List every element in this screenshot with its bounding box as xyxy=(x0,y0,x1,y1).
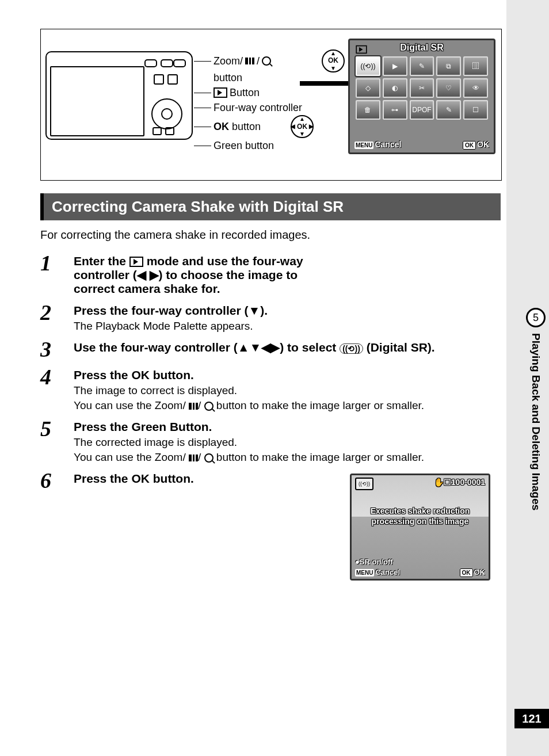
magnify-icon xyxy=(204,402,214,411)
section-title: Correcting Camera Shake with Digital SR xyxy=(40,193,501,220)
palette-title: Digital SR xyxy=(350,43,494,53)
palette-grid: ((⟲)) ▶ ✎ ⧉ ⿲ ◇ ◐ ✂ ♡ 👁 🗑 ⊶ DPOF ✎ ☐ xyxy=(350,53,494,123)
steps-list: 1 Enter the mode and use the four-way co… xyxy=(40,252,501,491)
step-4-sub1: The image to correct is displayed. xyxy=(74,384,501,397)
thumbnail-icon xyxy=(189,455,198,461)
preview-ok: OKOK xyxy=(460,568,486,576)
palette-item: 🗑 xyxy=(356,100,380,120)
palette-item: ⧉ xyxy=(436,56,461,76)
preview-cancel: MENUCancel xyxy=(355,568,400,576)
playback-icon xyxy=(129,257,143,267)
play-button-label: Button xyxy=(214,85,345,100)
step-5-head: Press the Green Button. xyxy=(74,420,501,434)
step-5-sub1: The corrected image is displayed. xyxy=(74,436,501,449)
zoom-button-label: Zoom// ▲OK▼ xyxy=(214,49,345,72)
step-2-head: Press the four-way controller (▼). xyxy=(74,304,338,318)
thumbnail-icon xyxy=(245,58,254,64)
step-2: 2 Press the four-way controller (▼). The… xyxy=(40,301,501,333)
palette-item: ♡ xyxy=(436,78,461,98)
sr-badge-icon: ((⟲)) xyxy=(355,478,373,490)
preview-message: Executes shake reduction processing on t… xyxy=(352,506,489,526)
palette-item: DPOF xyxy=(410,100,434,120)
step-1: 1 Enter the mode and use the four-way co… xyxy=(40,252,501,296)
palette-item: ⊶ xyxy=(383,100,407,120)
step-5: 5 Press the Green Button. The corrected … xyxy=(40,418,501,464)
step-4-head: Press the OK button. xyxy=(74,368,501,382)
step-2-sub: The Playback Mode Palette appears. xyxy=(74,320,338,333)
palette-ok: OKOK xyxy=(463,140,489,149)
palette-item: ⿲ xyxy=(463,56,488,76)
page-number: 121 xyxy=(514,709,549,728)
chapter-number-badge: 5 xyxy=(526,308,546,327)
step-3-head: Use the four-way controller (▲▼◀▶) to se… xyxy=(74,341,501,354)
green-button-label: Green button xyxy=(214,138,345,153)
palette-item: ✎ xyxy=(410,56,434,76)
palette-item: ☐ xyxy=(463,100,488,120)
palette-item: ◇ xyxy=(356,78,380,98)
magnify-icon xyxy=(262,56,271,66)
callout-labels: Zoom// ▲OK▼ button Button Four-way contr… xyxy=(214,49,345,153)
preview-screen: ((⟲)) ✋☐100-0001 Executes shake reductio… xyxy=(350,474,490,581)
palette-item: ✎ xyxy=(436,100,461,120)
palette-play-badge xyxy=(354,44,368,55)
palette-item: ▶ xyxy=(383,56,407,76)
step-1-head: Enter the mode and use the four-way cont… xyxy=(74,254,327,296)
playback-palette-screen: Digital SR ((⟲)) ▶ ✎ ⧉ ⿲ ◇ ◐ ✂ ♡ 👁 🗑 ⊶ D… xyxy=(348,39,495,154)
step-5-sub2: You can use the Zoom/ / button to make t… xyxy=(74,451,501,464)
steps-wrapper: ((⟲)) ✋☐100-0001 Executes shake reductio… xyxy=(40,252,501,491)
camera-back-illustration xyxy=(45,51,195,143)
chapter-title: Playing Back and Deleting Images xyxy=(529,333,542,510)
ok-vertical-icon: ▲OK▼ xyxy=(322,49,345,72)
magnify-icon xyxy=(204,453,214,463)
thumbnail-icon xyxy=(189,403,198,410)
playback-icon xyxy=(214,87,227,98)
preview-sr-onoff: ●SR on/off xyxy=(355,558,393,566)
step-3: 3 Use the four-way controller (▲▼◀▶) to … xyxy=(40,338,501,360)
ok-4way-icon: ▲◀OK▶▼ xyxy=(291,115,314,138)
hero-diagram-box: Zoom// ▲OK▼ button Button Four-way contr… xyxy=(40,29,502,181)
preview-counter: ✋☐100-0001 xyxy=(434,478,485,487)
intro-text: For correcting the camera shake in recor… xyxy=(40,228,501,242)
chapter-side-tab: 5 Playing Back and Deleting Images xyxy=(523,308,549,510)
step-4-sub2: You can use the Zoom/ / button to make t… xyxy=(74,399,501,412)
step-4: 4 Press the OK button. The image to corr… xyxy=(40,366,501,412)
palette-item-digital-sr: ((⟲)) xyxy=(356,56,380,76)
palette-item: ◐ xyxy=(383,78,407,98)
palette-item: 👁 xyxy=(463,78,488,98)
four-way-label: Four-way controller xyxy=(214,100,345,115)
palette-item: ✂ xyxy=(410,78,434,98)
palette-cancel: MENUCancel xyxy=(354,140,401,149)
digital-sr-icon: ((⟲)) xyxy=(340,343,363,354)
page-content: Zoom// ▲OK▼ button Button Four-way contr… xyxy=(40,29,501,497)
ok-button-label: OK button ▲◀OK▶▼ xyxy=(214,115,345,138)
